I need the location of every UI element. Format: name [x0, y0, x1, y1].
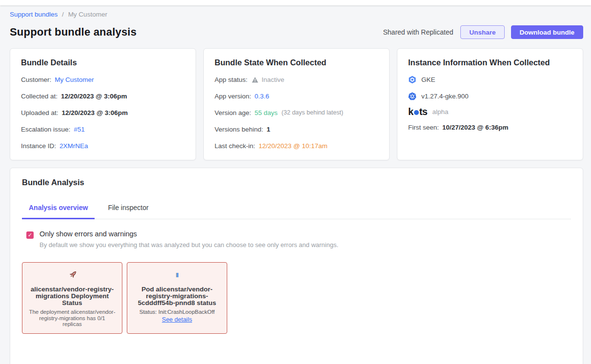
see-details-link[interactable]: See details [162, 316, 192, 323]
kots-logo: kts [408, 108, 427, 116]
error-card-status: Status: Init:CrashLoopBackOff [134, 309, 220, 315]
error-card-title: alicenstar/vendor-registry-migrations De… [29, 286, 116, 307]
version-age-label: Version age: [215, 109, 251, 117]
customer-label: Customer: [21, 76, 51, 84]
uploaded-at-row: Uploaded at: 12/20/2023 @ 3:06pm [21, 109, 185, 117]
k8s-version-row: v1.27.4-gke.900 [408, 92, 572, 100]
last-checkin-value: 12/20/2023 @ 10:17am [258, 142, 327, 150]
instance-id-label: Instance ID: [21, 142, 56, 150]
pod-icon [176, 273, 178, 277]
first-seen-row: First seen: 10/27/2023 @ 6:36pm [408, 123, 572, 132]
version-age-row: Version age: 55 days (32 days behind lat… [215, 109, 378, 117]
last-checkin-row: Last check-in: 12/20/2023 @ 10:17am [215, 142, 378, 150]
kubernetes-icon [408, 92, 416, 100]
breadcrumb-current: My Customer [68, 11, 107, 18]
error-card-icon-zone [134, 268, 220, 282]
first-seen-label: First seen: [408, 123, 439, 132]
bundle-details-title: Bundle Details [21, 58, 185, 67]
uploaded-at-value: 12/20/2023 @ 3:06pm [62, 109, 128, 117]
escalation-issue-row: Escalation issue: #51 [21, 125, 185, 134]
bundle-analysis-card: Bundle Analysis Analysis overview File i… [10, 168, 583, 364]
versions-behind-row: Versions behind: 1 [215, 125, 378, 134]
k8s-version-value: v1.27.4-gke.900 [421, 92, 469, 100]
customer-row: Customer: My Customer [21, 76, 185, 84]
header-actions: Shared with Replicated Unshare Download … [383, 25, 583, 39]
error-card-icon-zone [29, 268, 116, 282]
unshare-button[interactable]: Unshare [460, 25, 504, 39]
collected-at-label: Collected at: [21, 92, 58, 100]
pod-status-error-card: Pod alicenstar/vendor-registry-migration… [127, 262, 227, 334]
filter-description: By default we show you everything that w… [39, 241, 338, 249]
versions-behind-value: 1 [267, 125, 271, 134]
tab-analysis-overview[interactable]: Analysis overview [22, 199, 95, 219]
app-version-link[interactable]: 0.3.6 [255, 92, 269, 100]
top-nav-edge [0, 0, 591, 5]
bundle-details-card: Bundle Details Customer: My Customer Col… [10, 48, 196, 160]
version-age-note: (32 days behind latest) [281, 109, 343, 117]
only-errors-checkbox[interactable]: ✓ [26, 231, 34, 239]
filter-text-block: Only show errors and warnings By default… [39, 230, 338, 249]
breadcrumb-support-bundles-link[interactable]: Support bundles [10, 11, 58, 18]
kots-logo-k: k [408, 108, 414, 116]
deployment-status-error-card: alicenstar/vendor-registry-migrations De… [22, 262, 122, 334]
last-checkin-label: Last check-in: [215, 142, 255, 150]
filter-label[interactable]: Only show errors and warnings [39, 230, 338, 238]
error-card-description: The deployment alicenstar/vendor-registr… [29, 309, 116, 327]
uploaded-at-label: Uploaded at: [21, 109, 59, 117]
errors-filter-row: ✓ Only show errors and warnings By defau… [22, 230, 571, 249]
app-version-row: App version: 0.3.6 [215, 92, 378, 100]
breadcrumb-separator: / [62, 11, 64, 18]
collected-at-row: Collected at: 12/20/2023 @ 3:06pm [21, 92, 185, 100]
app-status-row: App status: Inactive [215, 76, 378, 84]
versions-behind-label: Versions behind: [215, 125, 263, 134]
kots-channel: alpha [432, 108, 448, 116]
page-header: Support bundle analysis Shared with Repl… [10, 25, 583, 39]
download-bundle-button[interactable]: Download bundle [511, 25, 584, 39]
app-status-value: Inactive [262, 76, 285, 84]
bundle-state-card: Bundle State When Collected App status: … [203, 48, 390, 160]
rocket-icon [67, 269, 78, 281]
info-cards-row: Bundle Details Customer: My Customer Col… [10, 48, 583, 160]
instance-id-row: Instance ID: 2XMrNEa [21, 142, 185, 150]
page-title: Support bundle analysis [10, 26, 137, 38]
kots-row: kts alpha [408, 108, 572, 116]
first-seen-value: 10/27/2023 @ 6:36pm [442, 123, 509, 132]
app-version-label: App version: [215, 92, 251, 100]
escalation-issue-label: Escalation issue: [21, 125, 70, 134]
error-card-title: Pod alicenstar/vendor-registry-migration… [134, 286, 220, 307]
instance-id-link[interactable]: 2XMrNEa [59, 142, 88, 150]
instance-info-card: Instance Information When Collected GKE [397, 48, 583, 160]
kots-logo-ts: ts [419, 108, 428, 116]
support-bundle-analysis-page: Support bundles / My Customer Support bu… [0, 5, 591, 364]
warning-icon [251, 77, 259, 83]
customer-link[interactable]: My Customer [55, 76, 94, 84]
collected-at-value: 12/20/2023 @ 3:06pm [61, 92, 127, 100]
instance-info-title: Instance Information When Collected [408, 58, 572, 67]
distribution-value: GKE [421, 76, 435, 84]
bundle-analysis-title: Bundle Analysis [22, 178, 571, 187]
app-status-label: App status: [215, 76, 248, 84]
escalation-issue-link[interactable]: #51 [74, 125, 85, 134]
tab-file-inspector[interactable]: File inspector [101, 199, 155, 219]
analyzer-results-row: alicenstar/vendor-registry-migrations De… [22, 262, 571, 334]
version-age-value: 55 days [255, 109, 277, 117]
kots-logo-dot-icon [414, 110, 419, 115]
bundle-state-title: Bundle State When Collected [215, 58, 378, 67]
analysis-tabs: Analysis overview File inspector [22, 199, 571, 219]
breadcrumb: Support bundles / My Customer [10, 11, 583, 18]
gke-icon [408, 76, 416, 84]
distribution-row: GKE [408, 76, 572, 84]
shared-status-text: Shared with Replicated [383, 28, 453, 36]
